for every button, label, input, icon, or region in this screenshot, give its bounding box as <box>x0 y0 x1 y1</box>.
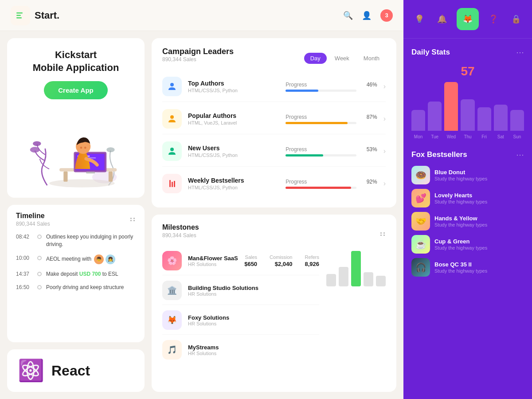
person-svg <box>23 106 129 191</box>
chart-bar-fri <box>477 107 491 131</box>
ms-info: Foxy Solutions HR Solutions <box>188 314 319 326</box>
create-app-button[interactable]: Create App <box>44 81 107 99</box>
svg-rect-18 <box>86 172 95 174</box>
chart-bar-active <box>351 251 361 286</box>
content-area: Kickstart Mobile Application Create App <box>0 31 403 399</box>
ms-icon-manflower: 🌸 <box>162 251 182 270</box>
label-thu: Thu <box>461 134 474 139</box>
bestseller-item[interactable]: ☕ Cup & Green Study the highway types <box>411 235 524 254</box>
timeline-item: 16:50 Poorly driving and keep structure <box>16 284 136 291</box>
row-progress: Progress 53% <box>286 146 377 156</box>
row-arrow[interactable]: › <box>383 82 386 90</box>
header-actions: 🔍 👤 3 <box>343 9 393 22</box>
row-progress: Progress 46% <box>286 82 377 92</box>
header: Start. 🔍 👤 3 <box>0 0 403 31</box>
campaign-subtitle: 890,344 Sales <box>162 56 234 63</box>
campaign-row: New Users HTML/CSS/JS, Python Progress 5… <box>162 136 386 167</box>
bestseller-item[interactable]: 💕 Lovely Hearts Study the highway types <box>411 189 524 207</box>
panel-icon-bell[interactable]: 🔔 <box>434 11 450 27</box>
bs-thumb-cup-green: ☕ <box>411 235 430 254</box>
svg-point-5 <box>33 141 41 146</box>
svg-rect-2 <box>16 17 22 19</box>
tab-day[interactable]: Day <box>304 53 327 64</box>
row-icon-weekly <box>162 174 182 193</box>
illustration <box>16 106 136 195</box>
row-icon-popular <box>162 109 182 129</box>
chart-bar-tue <box>428 102 442 131</box>
ms-commission: Comission $2,040 <box>270 254 292 267</box>
right-column: Campaign Leaders 890,344 Sales Day Week … <box>152 38 396 392</box>
chart-bar-wed <box>444 82 458 131</box>
svg-point-6 <box>106 147 114 152</box>
row-info: Popular Authors HTML, VueJS, Laravel <box>188 112 279 125</box>
panel-icon-bulb[interactable]: 💡 <box>411 11 427 27</box>
ms-icon-mystreams: 🎵 <box>162 340 182 360</box>
svg-rect-0 <box>16 12 23 14</box>
right-panel: 💡 🔔 🦊 ❓ 🔒 Daily Stats ⋯ 57 Mon Tue Wed T… <box>403 0 532 399</box>
timeline-menu[interactable] <box>130 218 136 221</box>
label-fri: Fri <box>477 134 491 139</box>
daily-chart-bars <box>411 82 524 131</box>
tab-group: Day Week Month <box>304 53 386 64</box>
panel-icon-help[interactable]: ❓ <box>485 11 501 27</box>
daily-stats-menu[interactable]: ⋯ <box>516 47 524 57</box>
chart-bar <box>364 272 373 286</box>
bestseller-item[interactable]: 🍩 Blue Donut Study the highway types <box>411 166 524 184</box>
bestseller-item[interactable]: 🎧 Bose QC 35 II Study the highway types <box>411 258 524 277</box>
label-sun: Sun <box>510 134 524 139</box>
ms-icon-building: 🏛️ <box>162 281 182 300</box>
milestones-rows: 🌸 Man&Flower SaaS HR Solutions Sales $65… <box>162 246 319 364</box>
react-label: React <box>51 363 90 379</box>
label-wed: Wed <box>444 134 458 139</box>
avatar: 👧 <box>106 254 115 264</box>
row-arrow[interactable]: › <box>383 115 386 123</box>
row-info: Top Authors HTML/CSS/JS, Python <box>188 80 279 93</box>
panel-icon-lock[interactable]: 🔒 <box>508 11 524 27</box>
tab-week[interactable]: Week <box>329 53 356 64</box>
ms-info: MyStreams HR Solutions <box>188 344 319 356</box>
milestone-row: 🦊 Foxy Solutions HR Solutions <box>162 306 319 335</box>
svg-rect-26 <box>172 182 173 187</box>
avatar: 👦 <box>94 254 104 264</box>
row-arrow[interactable]: › <box>383 147 386 155</box>
campaign-row: Popular Authors HTML, VueJS, Laravel Pro… <box>162 104 386 134</box>
notification-badge[interactable]: 3 <box>380 9 393 22</box>
bs-thumb-bose-qc35: 🎧 <box>411 258 430 277</box>
search-icon[interactable]: 🔍 <box>343 11 353 20</box>
campaign-row: Weekly Bestsellers HTML/CSS/JS, Python P… <box>162 168 386 199</box>
milestones-menu[interactable] <box>380 232 386 236</box>
timeline-title: Timeline <box>16 212 50 220</box>
user-icon[interactable]: 👤 <box>362 11 372 20</box>
kickstart-title: Kickstart Mobile Application <box>16 49 136 74</box>
svg-point-22 <box>170 83 174 86</box>
chart-bar-sat <box>494 105 508 131</box>
bs-thumb-hands-yellow: 🤝 <box>411 212 430 231</box>
react-card: ⚛️ React <box>7 349 145 392</box>
milestones-chart <box>326 251 386 286</box>
milestone-row: 🎵 MyStreams HR Solutions <box>162 336 319 364</box>
timeline-item: 08:42 Outlines keep you indulging in poo… <box>16 233 136 248</box>
timeline-item: 14:37 Make deposit USD 700 to ESL <box>16 270 136 278</box>
milestone-row: 🏛️ Building Studio Solutions HR Solution… <box>162 276 319 305</box>
row-arrow[interactable]: › <box>383 180 386 188</box>
timeline-item: 10:00 AEOL meeting with 👦 👧 <box>16 254 136 264</box>
bs-info: Cup & Green Study the highway types <box>434 238 524 250</box>
campaign-title: Campaign Leaders <box>162 47 234 56</box>
row-progress: Progress 87% <box>286 114 377 124</box>
chart-bar <box>326 274 336 286</box>
bestseller-item[interactable]: 🤝 Hands & Yellow Study the highway types <box>411 212 524 231</box>
bs-thumb-lovely-hearts: 💕 <box>411 189 430 207</box>
ms-info: Building Studio Solutions HR Solutions <box>188 285 319 297</box>
campaign-row: Top Authors HTML/CSS/JS, Python Progress… <box>162 71 386 102</box>
bs-info: Bose QC 35 II Study the highway types <box>434 261 524 274</box>
daily-stats-title: Daily Stats <box>411 48 450 57</box>
tab-month[interactable]: Month <box>357 53 386 64</box>
label-mon: Mon <box>411 134 425 139</box>
logo-icon <box>11 6 30 25</box>
row-info: New Users HTML/CSS/JS, Python <box>188 145 279 158</box>
fox-bestsellers: Fox Bestsellers ⋯ 🍩 Blue Donut Study the… <box>403 144 532 399</box>
panel-icon-fox[interactable]: 🦊 <box>457 8 479 30</box>
fox-bestsellers-menu[interactable]: ⋯ <box>516 150 524 160</box>
logo: Start. <box>11 6 59 25</box>
fox-bestsellers-title: Fox Bestsellers <box>411 150 467 159</box>
